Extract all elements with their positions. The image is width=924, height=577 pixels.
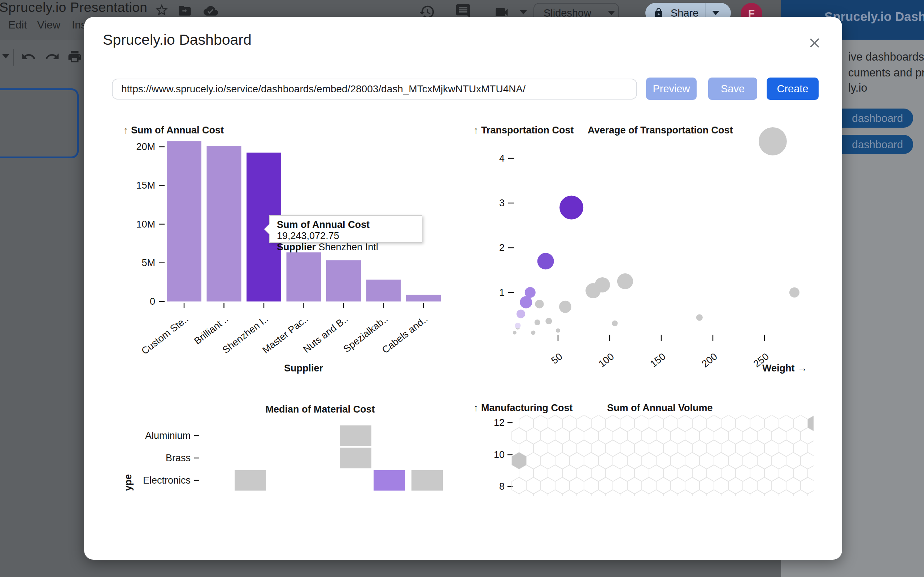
addon-text-line: ly.io — [848, 82, 867, 95]
present-dropdown-caret-icon[interactable] — [520, 10, 527, 15]
svg-text:15M: 15M — [136, 180, 155, 191]
tooltip-supplier-label: Supplier — [277, 242, 316, 253]
svg-text:Aluminium: Aluminium — [145, 430, 191, 441]
create-button[interactable]: Create — [767, 77, 819, 100]
svg-text:↑ Manufacturing Cost: ↑ Manufacturing Cost — [473, 403, 573, 413]
document-title: Sprucely.io Presentation — [0, 0, 147, 15]
chart-tooltip: Sum of Annual Cost 19,243,072.75 Supplie… — [269, 215, 422, 243]
undo-icon[interactable] — [21, 49, 36, 64]
svg-text:Electronics: Electronics — [143, 475, 191, 486]
scatter-chart-transportation-cost[interactable]: ↑ Transportation CostAverage of Transpor… — [469, 121, 823, 377]
svg-text:Average of Transportation Cost: Average of Transportation Cost — [588, 125, 733, 135]
svg-text:Median of Material Cost: Median of Material Cost — [265, 404, 375, 415]
preview-button[interactable]: Preview — [646, 77, 696, 100]
svg-text:↑ Sum of Annual Cost: ↑ Sum of Annual Cost — [123, 125, 224, 135]
svg-text:Supplier: Supplier — [284, 363, 323, 374]
svg-text:8: 8 — [499, 481, 505, 492]
addon-button-label: dashboard — [852, 139, 903, 151]
star-icon[interactable] — [155, 3, 169, 17]
heatmap-chart-material-cost[interactable]: Median of Material CostAluminiumBrassEle… — [119, 399, 462, 507]
svg-text:ype: ype — [123, 474, 134, 491]
toolbar-dropdown-caret-icon[interactable] — [2, 54, 10, 58]
svg-text:200: 200 — [700, 351, 719, 369]
svg-text:20M: 20M — [136, 141, 155, 152]
cloud-saved-icon — [203, 3, 219, 18]
svg-text:1: 1 — [499, 287, 505, 298]
svg-text:150: 150 — [648, 351, 668, 369]
addon-button-label: dashboard — [852, 112, 903, 124]
svg-text:0: 0 — [150, 296, 155, 307]
toolbar-separator — [13, 49, 14, 66]
redo-icon[interactable] — [45, 49, 60, 64]
svg-text:↑ Transportation Cost: ↑ Transportation Cost — [473, 125, 574, 135]
svg-text:3: 3 — [499, 198, 505, 208]
svg-text:100: 100 — [597, 351, 616, 369]
svg-text:Brass: Brass — [166, 453, 191, 463]
menu-edit[interactable]: Edit — [8, 19, 27, 31]
svg-text:10: 10 — [494, 449, 505, 460]
move-to-folder-icon[interactable] — [178, 3, 192, 18]
slideshow-caret-icon[interactable] — [608, 11, 615, 15]
svg-text:Brilliant ..: Brilliant .. — [192, 313, 230, 347]
tooltip-supplier-value: Shenzhen Intl — [319, 242, 378, 253]
dashboard-modal: Sprucely.io Dashboard Preview Save Creat… — [84, 17, 842, 560]
slide-thumbnail-selected[interactable] — [0, 89, 79, 158]
share-caret-icon[interactable] — [712, 11, 719, 15]
addon-text-line: ive dashboards ar — [848, 50, 924, 63]
svg-text:2: 2 — [499, 242, 505, 253]
print-icon[interactable] — [67, 49, 82, 64]
svg-text:Sum of Annual Volume: Sum of Annual Volume — [607, 403, 713, 413]
svg-text:Custom Ste..: Custom Ste.. — [139, 313, 190, 357]
svg-text:10M: 10M — [136, 219, 155, 230]
save-button[interactable]: Save — [708, 77, 757, 100]
hexbin-chart-manufacturing-cost[interactable]: ↑ Manufacturing CostSum of Annual Volume… — [469, 399, 823, 507]
tooltip-metric-label: Sum of Annual Cost — [277, 219, 370, 230]
svg-text:12: 12 — [494, 417, 505, 428]
svg-text:5M: 5M — [142, 258, 155, 268]
svg-text:Weight →: Weight → — [762, 363, 807, 374]
svg-text:50: 50 — [549, 351, 564, 366]
addon-text-line: cuments and pres — [848, 66, 924, 79]
menu-view[interactable]: View — [37, 19, 60, 31]
close-icon[interactable] — [807, 35, 822, 51]
svg-text:Nuts and B..: Nuts and B.. — [301, 313, 350, 355]
modal-title: Sprucely.io Dashboard — [103, 31, 252, 48]
svg-text:4: 4 — [499, 153, 505, 164]
tooltip-metric-value: 19,243,072.75 — [277, 230, 339, 241]
embed-url-input[interactable] — [112, 79, 637, 100]
